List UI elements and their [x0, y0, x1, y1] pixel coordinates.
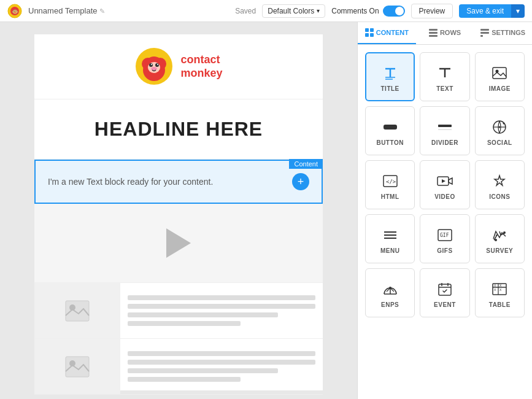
event-label: EVENT	[434, 301, 456, 308]
image-text-row-2[interactable]	[34, 339, 323, 395]
grid-item-title[interactable]: TITLE	[365, 52, 415, 101]
title-label: TITLE	[381, 85, 399, 92]
email-header: contact monkey	[34, 34, 323, 99]
grid-item-menu[interactable]: MENU	[365, 214, 415, 263]
right-panel: CONTENT ROWS SETTINGS	[357, 22, 532, 399]
svg-text:</>: </>	[386, 179, 396, 185]
tab-rows[interactable]: ROWS	[416, 22, 474, 44]
svg-rect-26	[480, 32, 489, 34]
image-placeholder-1	[34, 283, 120, 338]
text-line	[128, 377, 241, 382]
table-icon: X X X X	[491, 281, 508, 298]
image-icon-2	[65, 356, 90, 378]
html-label: HTML	[381, 193, 399, 200]
grid-item-html[interactable]: </> HTML	[365, 160, 415, 209]
button-icon	[382, 118, 399, 136]
grid-item-text[interactable]: TEXT	[420, 52, 469, 101]
svg-point-53	[503, 231, 506, 234]
svg-rect-27	[480, 35, 483, 37]
tab-settings[interactable]: SETTINGS	[474, 22, 532, 44]
svg-rect-22	[429, 29, 438, 31]
grid-item-icons[interactable]: ICONS	[475, 160, 525, 209]
comments-toggle-area: Comments On	[331, 6, 404, 17]
html-icon: </>	[382, 172, 399, 190]
save-exit-group: Save & exit ▾	[459, 4, 525, 18]
menu-label: MENU	[380, 247, 399, 254]
survey-icon	[491, 227, 508, 244]
email-headline-block[interactable]: HEADLINE HERE	[34, 99, 323, 160]
grid-item-divider[interactable]: DIVIDER	[420, 106, 469, 155]
grid-item-gifs[interactable]: GIF GIFS	[420, 214, 469, 263]
grid-item-video[interactable]: VIDEO	[420, 160, 469, 209]
app-logo-icon: 🐵	[7, 4, 22, 18]
content-placeholder-text: I'm a new Text block ready for your cont…	[48, 177, 292, 187]
grid-item-table[interactable]: X X X X TABLE	[475, 268, 525, 317]
image-text-row-1[interactable]	[34, 283, 323, 339]
svg-rect-36	[384, 125, 397, 130]
tab-content[interactable]: CONTENT	[358, 22, 416, 44]
svg-rect-18	[365, 28, 369, 32]
topbar: 🐵 Unnamed Template ✎ Saved Default Color…	[0, 0, 532, 22]
logo-monkey: monkey	[180, 67, 222, 80]
svg-rect-57	[439, 284, 451, 295]
svg-text:🐵: 🐵	[12, 8, 19, 15]
add-content-button[interactable]: +	[292, 173, 309, 190]
preview-button[interactable]: Preview	[411, 4, 453, 18]
text-line	[128, 295, 315, 300]
svg-text:X: X	[499, 284, 502, 287]
text-line	[128, 312, 278, 317]
video-block[interactable]	[34, 204, 323, 283]
grid-item-survey[interactable]: SURVEY	[475, 214, 525, 263]
svg-text:X: X	[499, 288, 502, 292]
saved-status: Saved	[235, 7, 256, 15]
svg-point-42	[503, 122, 505, 124]
survey-label: SURVEY	[486, 247, 513, 254]
svg-rect-25	[480, 29, 489, 31]
canvas-area: contact monkey HEADLINE HERE Content I'm…	[0, 22, 357, 399]
text-label: TEXT	[436, 85, 453, 92]
headline-text: HEADLINE HERE	[47, 118, 310, 141]
image-icon-1	[65, 300, 90, 322]
text-content-block[interactable]: I'm a new Text block ready for your cont…	[34, 160, 323, 204]
image-placeholder-2	[34, 339, 120, 394]
contactmonkey-logo-icon	[134, 47, 174, 87]
text-lines-2	[120, 339, 323, 394]
svg-rect-20	[365, 33, 369, 37]
colors-selector[interactable]: Default Colors ▾	[262, 4, 325, 18]
social-label: SOCIAL	[487, 139, 512, 146]
gifs-label: GIFS	[437, 247, 452, 254]
text-line	[128, 360, 315, 365]
svg-point-41	[499, 126, 501, 128]
text-icon	[436, 64, 453, 82]
svg-rect-24	[429, 35, 438, 37]
video-icon	[436, 172, 453, 190]
email-canvas: contact monkey HEADLINE HERE Content I'm…	[34, 34, 323, 390]
comments-toggle[interactable]	[383, 6, 405, 17]
svg-marker-46	[442, 179, 445, 183]
button-label: BUTTON	[376, 139, 403, 146]
settings-tab-icon	[480, 28, 489, 37]
main-layout: contact monkey HEADLINE HERE Content I'm…	[0, 22, 532, 399]
save-exit-dropdown-button[interactable]: ▾	[511, 4, 525, 18]
grid-item-event[interactable]: EVENT	[420, 268, 469, 317]
grid-item-social[interactable]: SOCIAL	[475, 106, 525, 155]
brand-logo: contact monkey	[134, 47, 222, 87]
grid-item-enps[interactable]: ENPS	[365, 268, 415, 317]
grid-item-button[interactable]: BUTTON	[365, 106, 415, 155]
svg-rect-21	[370, 33, 374, 37]
template-title[interactable]: Unnamed Template ✎	[28, 6, 229, 15]
text-line	[128, 351, 315, 356]
enps-icon	[382, 281, 399, 298]
menu-icon	[382, 227, 399, 244]
text-line	[128, 304, 315, 309]
divider-label: DIVIDER	[431, 139, 458, 146]
play-button-icon	[166, 228, 191, 258]
grid-item-image[interactable]: IMAGE	[475, 52, 525, 101]
panel-tabs: CONTENT ROWS SETTINGS	[358, 22, 532, 45]
save-exit-button[interactable]: Save & exit	[459, 4, 511, 18]
video-label: VIDEO	[434, 193, 455, 200]
svg-point-12	[157, 64, 158, 65]
svg-text:X: X	[494, 288, 496, 292]
enps-label: ENPS	[381, 301, 399, 308]
text-line	[128, 368, 278, 373]
